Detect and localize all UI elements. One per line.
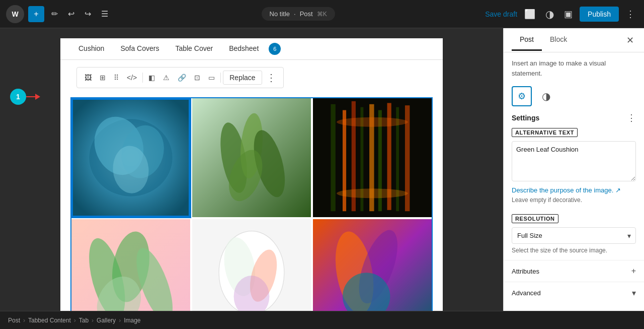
post-type: Post xyxy=(300,10,313,18)
shortcut-label: ⌘K xyxy=(317,11,327,18)
save-draft-button[interactable]: Save draft xyxy=(485,10,517,18)
toolbar-divider-2 xyxy=(220,73,221,83)
image-icon-btn[interactable]: 🖼 xyxy=(81,71,95,84)
top-bar-right: Save draft ⬜ ◑ ▣ Publish ⋮ xyxy=(485,5,638,23)
settings-icons-area: 2 ⚙ ◑ xyxy=(504,84,644,106)
tab-cushion[interactable]: Cushion xyxy=(70,38,112,59)
gallery-item-1[interactable] xyxy=(71,98,190,217)
alt-text-link[interactable]: Describe the purpose of the image. ↗ xyxy=(512,186,621,194)
alt-text-input[interactable] xyxy=(512,141,636,181)
breadcrumb-sep-4: › xyxy=(119,317,121,324)
alt-text-label: ALTERNATIVE TEXT xyxy=(512,128,578,137)
redo-button[interactable]: ↪ xyxy=(82,6,94,22)
view-mode-button[interactable]: ⬜ xyxy=(521,6,538,23)
annotation-1: 1 xyxy=(10,94,40,100)
attributes-expand-icon: + xyxy=(631,267,636,276)
settings-more-button[interactable]: ⋮ xyxy=(627,112,636,123)
toolbar-divider-1 xyxy=(142,73,143,83)
gallery-item-4[interactable] xyxy=(71,219,190,311)
settings-title-row: Settings ⋮ xyxy=(504,106,644,127)
settings-title: Settings xyxy=(512,114,539,122)
breadcrumb-gallery[interactable]: Gallery xyxy=(97,317,116,324)
tools-button[interactable]: ✏ xyxy=(48,6,61,22)
settings-gear-button[interactable]: ⚙ xyxy=(512,86,532,106)
resolution-hint: Select the size of the source image. xyxy=(512,247,636,254)
drag-handle-btn[interactable]: ⠿ xyxy=(110,71,122,84)
list-view-button[interactable]: ☰ xyxy=(98,6,111,22)
add-block-button[interactable]: + xyxy=(28,6,44,22)
tab-sofa-covers[interactable]: Sofa Covers xyxy=(112,38,167,59)
cushion-image-1 xyxy=(71,98,190,217)
gallery-item-3[interactable] xyxy=(313,98,432,217)
tab-bedsheet[interactable]: Bedsheet xyxy=(221,38,267,59)
resolution-select[interactable]: Full Size Large Medium Thumbnail xyxy=(512,227,636,244)
attributes-section: Attributes + xyxy=(504,260,644,282)
link-btn[interactable]: 🔗 xyxy=(174,71,190,84)
breadcrumb-post[interactable]: Post xyxy=(8,317,20,324)
gallery-item-5[interactable] xyxy=(192,219,311,311)
breadcrumb-bar: Post › Tabbed Content › Tab › Gallery › … xyxy=(0,311,644,329)
post-title: No title xyxy=(270,10,290,18)
alt-text-decorative-hint: Leave empty if decorative. xyxy=(512,196,636,204)
publish-button[interactable]: Publish xyxy=(580,7,619,22)
settings-toggle-button[interactable]: ▣ xyxy=(561,6,576,23)
undo-button[interactable]: ↩ xyxy=(65,6,77,22)
title-area: No title · Post ⌘K xyxy=(115,7,481,21)
hint-area: Insert an image to make a visual stateme… xyxy=(504,52,644,84)
code-view-btn[interactable]: </> xyxy=(123,71,140,84)
block-tab[interactable]: Block xyxy=(542,29,575,51)
crop-btn[interactable]: ⊡ xyxy=(191,71,204,84)
advanced-section: Advanced ▾ xyxy=(504,282,644,304)
advanced-collapse-icon: ▾ xyxy=(632,288,636,298)
svg-rect-11 xyxy=(331,104,335,211)
avatar-button[interactable]: ◑ xyxy=(542,5,557,23)
attributes-label: Attributes xyxy=(512,268,539,275)
more-block-options-btn[interactable]: ⋮ xyxy=(263,70,279,86)
cushion-svg-5 xyxy=(192,219,311,311)
cushion-svg-1 xyxy=(71,98,190,217)
main-area: 1 Cushion Sofa Covers Table Cover Bedshe… xyxy=(0,28,644,311)
alert-btn[interactable]: ⚠ xyxy=(159,71,173,84)
top-bar: W + ✏ ↩ ↪ ☰ No title · Post ⌘K Save draf… xyxy=(0,0,644,28)
attributes-header[interactable]: Attributes + xyxy=(512,267,636,276)
align-left-btn[interactable]: ◧ xyxy=(145,71,158,84)
breadcrumb-tabbed-content[interactable]: Tabbed Content xyxy=(28,317,71,324)
breadcrumb-tab[interactable]: Tab xyxy=(79,317,89,324)
tab-table-cover[interactable]: Table Cover xyxy=(167,38,221,59)
tab-navigation: Cushion Sofa Covers Table Cover Bedsheet… xyxy=(60,38,443,60)
hint-text: Insert an image to make a visual stateme… xyxy=(512,58,636,78)
gallery-grid xyxy=(70,97,433,311)
contrast-button[interactable]: ◑ xyxy=(536,86,556,106)
svg-point-20 xyxy=(337,117,408,127)
cushion-svg-6 xyxy=(313,219,432,311)
title-pill[interactable]: No title · Post ⌘K xyxy=(262,7,335,21)
gallery-view-btn[interactable]: ⊞ xyxy=(96,71,109,84)
gallery-wrapper xyxy=(60,93,443,311)
annotation-arrowhead-1 xyxy=(35,94,40,100)
editor-area: 1 Cushion Sofa Covers Table Cover Bedshe… xyxy=(0,28,503,311)
resolution-select-wrapper: Full Size Large Medium Thumbnail ▾ xyxy=(512,227,636,244)
advanced-header[interactable]: Advanced ▾ xyxy=(512,288,636,298)
right-sidebar: Post Block ✕ Insert an image to make a v… xyxy=(503,28,644,311)
breadcrumb-sep-1: › xyxy=(23,317,25,324)
block-container: Cushion Sofa Covers Table Cover Bedsheet… xyxy=(60,38,443,311)
advanced-label: Advanced xyxy=(512,289,541,297)
annotation-circle-1: 1 xyxy=(10,89,26,105)
breadcrumb-sep-3: › xyxy=(92,317,94,324)
cushion-svg-3 xyxy=(313,98,432,217)
cushion-svg-2 xyxy=(192,98,311,217)
caption-btn[interactable]: ▭ xyxy=(205,71,218,84)
wordpress-logo: W xyxy=(6,5,24,23)
breadcrumb-image[interactable]: Image xyxy=(124,317,140,324)
sidebar-close-button[interactable]: ✕ xyxy=(624,33,636,48)
more-options-button[interactable]: ⋮ xyxy=(623,6,638,23)
cushion-svg-4 xyxy=(71,219,190,311)
sidebar-header: Post Block ✕ xyxy=(504,28,644,52)
breadcrumb-sep-2: › xyxy=(74,317,76,324)
svg-point-21 xyxy=(337,188,408,198)
gallery-item-2[interactable] xyxy=(192,98,311,217)
resolution-label: RESOLUTION xyxy=(512,214,558,223)
gallery-item-6[interactable] xyxy=(313,219,432,311)
replace-button[interactable]: Replace xyxy=(223,71,262,85)
post-tab[interactable]: Post xyxy=(512,29,542,51)
